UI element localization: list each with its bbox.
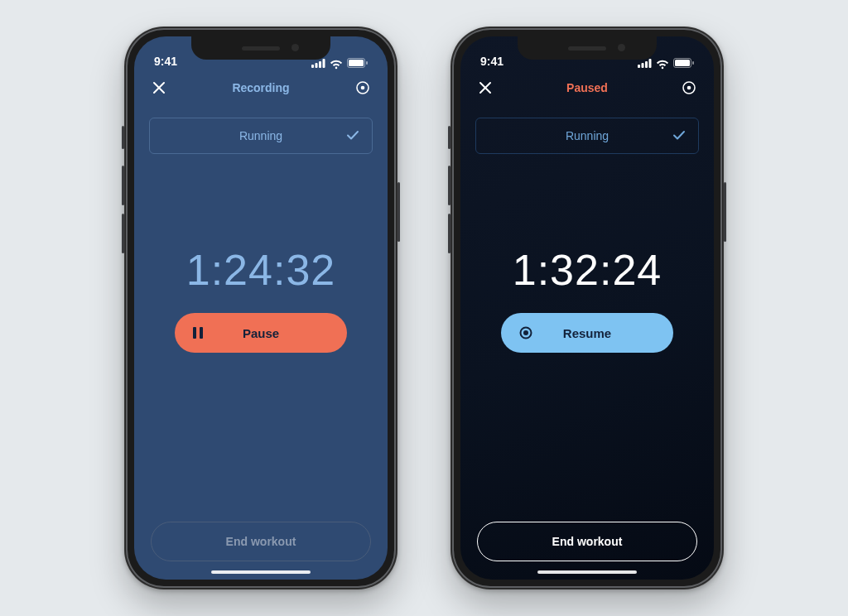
svg-rect-3 xyxy=(323,59,325,68)
close-button[interactable] xyxy=(474,76,497,99)
end-workout-label: End workout xyxy=(226,535,296,548)
elapsed-time: 1:24:32 xyxy=(186,245,336,295)
cellular-signal-icon xyxy=(311,59,325,68)
target-button[interactable] xyxy=(351,76,374,99)
elapsed-time: 1:32:24 xyxy=(513,245,662,295)
nav-title: Recording xyxy=(232,81,289,94)
device-front-camera xyxy=(618,44,625,51)
activity-selector[interactable]: Running xyxy=(149,118,373,154)
check-icon xyxy=(673,129,685,142)
phone-side-button-vol-up xyxy=(122,166,124,205)
svg-rect-12 xyxy=(642,63,644,68)
device-notch xyxy=(191,36,330,60)
nav-bar: Recording xyxy=(134,70,388,106)
phone-side-button-vol-up xyxy=(448,166,450,205)
svg-rect-0 xyxy=(311,65,314,68)
phone-side-button-vol-dn xyxy=(122,214,124,253)
wifi-icon xyxy=(330,59,343,68)
activity-label: Running xyxy=(239,129,282,142)
record-icon xyxy=(519,326,532,339)
svg-rect-9 xyxy=(193,327,196,339)
action-button-label: Pause xyxy=(243,326,279,340)
phone-mockup-recording: 9:41 Recording xyxy=(124,26,398,590)
device-notch xyxy=(518,36,657,60)
activity-label: Running xyxy=(566,129,609,142)
end-workout-button[interactable]: End workout xyxy=(151,522,371,561)
activity-selector[interactable]: Running xyxy=(475,118,699,154)
svg-rect-2 xyxy=(319,61,321,68)
phone-mockup-paused: 9:41 Paused Running xyxy=(450,26,724,590)
end-workout-label: End workout xyxy=(552,535,623,548)
home-indicator[interactable] xyxy=(537,570,637,574)
app-screen-paused: 9:41 Paused Running xyxy=(460,36,714,580)
cellular-signal-icon xyxy=(638,59,652,68)
phone-side-button-vol-dn xyxy=(448,214,450,253)
wifi-icon xyxy=(656,59,669,68)
target-icon xyxy=(354,79,371,96)
target-button[interactable] xyxy=(677,76,701,99)
svg-rect-1 xyxy=(316,63,318,68)
main-content: 1:24:32 Pause xyxy=(134,154,388,522)
phone-side-button-power xyxy=(724,182,726,242)
battery-icon xyxy=(347,58,368,68)
pause-icon xyxy=(193,327,203,339)
phone-side-button-mute xyxy=(122,126,124,149)
check-icon xyxy=(347,129,359,142)
svg-rect-14 xyxy=(649,59,652,68)
svg-rect-17 xyxy=(692,61,694,65)
close-icon xyxy=(152,81,166,94)
phone-side-button-power xyxy=(398,182,400,242)
svg-point-8 xyxy=(361,86,365,90)
device-front-camera xyxy=(292,44,299,51)
close-button[interactable] xyxy=(147,76,171,99)
svg-rect-6 xyxy=(366,61,368,65)
device-speaker-grille xyxy=(242,46,280,51)
status-time: 9:41 xyxy=(480,55,504,68)
action-button-label: Resume xyxy=(563,326,611,340)
home-indicator[interactable] xyxy=(211,570,311,574)
resume-button[interactable]: Resume xyxy=(501,313,673,353)
svg-point-21 xyxy=(523,330,528,335)
target-icon xyxy=(681,79,697,96)
end-workout-button[interactable]: End workout xyxy=(477,522,697,561)
main-content: 1:32:24 Resume xyxy=(460,154,714,522)
svg-point-19 xyxy=(687,86,691,90)
nav-title: Paused xyxy=(566,81,608,94)
close-icon xyxy=(479,81,492,94)
battery-icon xyxy=(673,58,694,68)
phone-side-button-mute xyxy=(448,126,450,149)
svg-rect-10 xyxy=(200,327,203,339)
pause-button[interactable]: Pause xyxy=(175,313,347,353)
device-speaker-grille xyxy=(568,46,606,51)
svg-rect-11 xyxy=(638,65,640,68)
svg-rect-16 xyxy=(675,60,690,66)
nav-bar: Paused xyxy=(460,70,714,106)
svg-rect-5 xyxy=(349,60,364,66)
status-time: 9:41 xyxy=(154,55,177,68)
svg-rect-13 xyxy=(645,61,648,68)
app-screen-recording: 9:41 Recording xyxy=(134,36,388,580)
